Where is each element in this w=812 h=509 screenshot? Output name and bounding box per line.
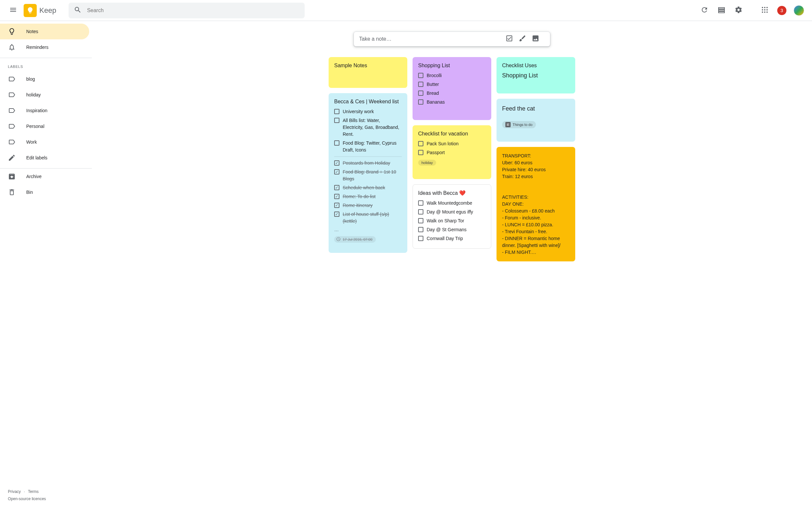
- sidebar-footer: Privacy · Terms Open-source licences: [0, 484, 92, 509]
- svg-point-6: [762, 11, 763, 13]
- checklist-item[interactable]: Schedule when back: [334, 183, 402, 192]
- licences-link[interactable]: Open-source licences: [8, 497, 46, 501]
- doc-chip[interactable]: Things to do: [502, 121, 536, 128]
- pencil-icon: [8, 154, 16, 162]
- trash-icon: [8, 188, 16, 196]
- terms-link[interactable]: Terms: [28, 489, 39, 494]
- note-title: Checklist Uses: [502, 63, 570, 69]
- checklist-item[interactable]: All Bills list: Water, Electricity, Gas,…: [334, 116, 402, 139]
- checklist-item[interactable]: Food Blog: Twitter, Cyprus Draft, Icons: [334, 139, 402, 155]
- search-button[interactable]: [71, 4, 84, 17]
- sidebar-label-personal[interactable]: Personal: [0, 118, 89, 134]
- archive-icon: [8, 172, 16, 180]
- note-card-weekend[interactable]: Becca & Ces | Weekend list University wo…: [329, 93, 407, 253]
- svg-point-0: [762, 7, 763, 8]
- checklist-item[interactable]: University work: [334, 107, 402, 116]
- checklist-item[interactable]: Day @ St Germans: [418, 225, 486, 234]
- note-card-ideas[interactable]: Ideas with Becca ❤️ Walk Mountedgcombe D…: [412, 184, 491, 248]
- note-title: Sample Notes: [334, 63, 402, 69]
- take-note-placeholder: Take a note…: [359, 36, 505, 42]
- note-title: Checklist for vacation: [418, 131, 486, 137]
- sidebar-item-edit-labels[interactable]: Edit labels: [0, 150, 89, 166]
- sidebar-label-work[interactable]: Work: [0, 134, 89, 150]
- svg-point-7: [764, 11, 766, 13]
- new-image-button[interactable]: [532, 32, 545, 45]
- refresh-button[interactable]: [697, 3, 712, 19]
- sidebar-item-label: blog: [26, 76, 35, 82]
- main-menu-button[interactable]: [5, 3, 21, 19]
- label-icon: [8, 138, 16, 146]
- account-button[interactable]: [791, 3, 807, 19]
- sidebar-item-label: Reminders: [26, 44, 48, 50]
- take-note-bar[interactable]: Take a note…: [353, 32, 550, 46]
- menu-icon: [9, 6, 17, 15]
- sidebar-item-label: Work: [26, 139, 37, 145]
- new-drawing-button[interactable]: [518, 32, 532, 45]
- sidebar-item-label: Notes: [26, 29, 38, 34]
- checklist-item[interactable]: List of house stuff (s/p) (kettle): [334, 210, 402, 226]
- search-bar[interactable]: [69, 3, 305, 19]
- checklist-item[interactable]: Passport: [418, 148, 486, 157]
- sidebar-item-bin[interactable]: Bin: [0, 184, 89, 200]
- new-list-button[interactable]: [505, 32, 518, 45]
- checklist-item[interactable]: Pack Sun lotion: [418, 139, 486, 148]
- sidebar-item-label: Bin: [26, 190, 33, 195]
- avatar: [793, 5, 804, 16]
- checklist-item[interactable]: Butter: [418, 80, 486, 89]
- sidebar-item-archive[interactable]: Archive: [0, 169, 89, 184]
- sidebar-label-inspiration[interactable]: Inspiration: [0, 103, 89, 118]
- search-input[interactable]: [87, 7, 302, 13]
- label-chip[interactable]: holiday: [418, 160, 436, 166]
- checklist-item[interactable]: Walk Mountedgcombe: [418, 199, 486, 208]
- reminder-chip[interactable]: 17 Jul 2016, 07:00: [334, 236, 376, 243]
- checklist-item[interactable]: Postcards from Holiday: [334, 159, 402, 168]
- google-apps-button[interactable]: [757, 3, 773, 19]
- checklist-item[interactable]: Walk on Sharp Tor: [418, 216, 486, 225]
- search-icon: [74, 6, 82, 15]
- checklist-item[interactable]: Bananas: [418, 98, 486, 107]
- sidebar-label-holiday[interactable]: holiday: [0, 87, 89, 103]
- checklist-item[interactable]: Day @ Mount egus iffy: [418, 208, 486, 216]
- checklist-item[interactable]: Cornwall Day Trip: [418, 234, 486, 243]
- document-icon: [505, 122, 511, 127]
- note-card-checklist-uses[interactable]: Checklist Uses Shopping List: [497, 57, 575, 94]
- note-card-shopping[interactable]: Shopping List Brocolli Butter Bread Bana…: [412, 57, 491, 120]
- refresh-icon: [701, 6, 708, 15]
- sidebar-item-notes[interactable]: Notes: [0, 24, 89, 39]
- app-name: Keep: [39, 6, 56, 15]
- svg-point-5: [767, 9, 768, 10]
- note-title: Ideas with Becca ❤️: [418, 190, 486, 196]
- privacy-link[interactable]: Privacy: [8, 489, 21, 494]
- checklist-item[interactable]: Rome itinerary: [334, 201, 402, 210]
- header-actions: 3: [697, 3, 807, 19]
- sidebar-item-label: holiday: [26, 92, 41, 97]
- sidebar-label-blog[interactable]: blog: [0, 71, 89, 87]
- brush-icon: [518, 34, 532, 44]
- svg-point-1: [764, 7, 766, 8]
- note-card-vacation[interactable]: Checklist for vacation Pack Sun lotion P…: [412, 125, 491, 179]
- note-card-feed-cat[interactable]: Feed the cat Things to do: [497, 99, 575, 142]
- checklist-item[interactable]: Rome: To do list: [334, 192, 402, 201]
- notes-grid: Sample Notes Becca & Ces | Weekend list …: [118, 57, 786, 261]
- note-card-transport[interactable]: TRANSPORT:Uber: 60 eurosPrivate hire: 40…: [497, 147, 575, 261]
- more-indicator: …: [334, 226, 402, 234]
- label-icon: [8, 107, 16, 114]
- app-logo[interactable]: Keep: [24, 4, 56, 17]
- header: Keep 3: [0, 0, 812, 21]
- svg-point-4: [764, 9, 766, 10]
- checklist-item[interactable]: Bread: [418, 89, 486, 98]
- note-card-sample[interactable]: Sample Notes: [329, 57, 407, 88]
- settings-button[interactable]: [731, 3, 746, 19]
- checkbox-icon: [505, 34, 518, 44]
- checklist-item[interactable]: Food Blog: Brand + 1st 10 Blogs: [334, 168, 402, 183]
- clock-icon: [336, 237, 341, 242]
- note-title: Becca & Ces | Weekend list: [334, 99, 402, 105]
- checklist-item[interactable]: Brocolli: [418, 71, 486, 80]
- keep-logo-icon: [24, 4, 37, 17]
- sidebar-item-label: Archive: [26, 174, 42, 179]
- notifications-button[interactable]: 3: [774, 3, 790, 19]
- image-icon: [532, 34, 545, 44]
- sidebar-item-reminders[interactable]: Reminders: [0, 39, 89, 55]
- list-view-button[interactable]: [714, 3, 730, 19]
- label-icon: [8, 122, 16, 130]
